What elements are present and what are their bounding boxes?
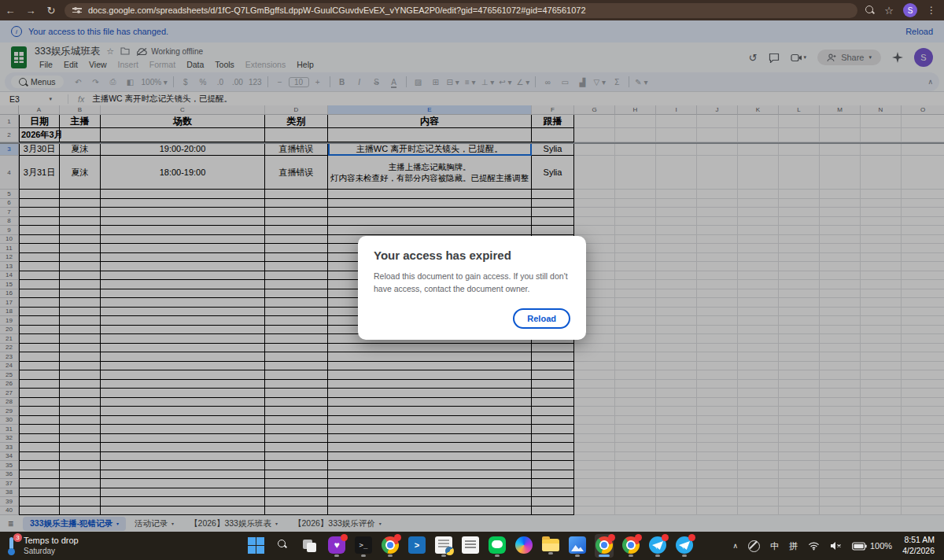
forward-icon[interactable]: → xyxy=(20,5,41,17)
clock-time: 8:51 AM xyxy=(904,535,935,546)
battery-indicator[interactable]: 100% xyxy=(852,541,892,551)
weather-subline: Saturday xyxy=(24,547,79,557)
browser-menu-icon[interactable]: ⋮ xyxy=(927,5,936,16)
taskbar-chrome-badge-icon[interactable] xyxy=(621,534,640,558)
taskbar-notepad-icon[interactable] xyxy=(461,534,480,558)
access-expired-dialog: Your access has expired Reload this docu… xyxy=(358,236,586,340)
weather-widget[interactable]: 3 Temps to drop Saturday xyxy=(6,536,140,556)
desktop-screen: ← → ↻ docs.google.com/spreadsheets/d/1fC… xyxy=(0,0,944,560)
taskbar-powershell-icon[interactable]: > xyxy=(407,534,426,558)
taskbar-start-icon[interactable] xyxy=(247,534,266,558)
taskbar-task-view-icon[interactable] xyxy=(301,534,319,558)
browser-toolbar: ← → ↻ docs.google.com/spreadsheets/d/1fC… xyxy=(0,0,944,20)
taskbar-icons: ♥>_> xyxy=(247,534,694,558)
volume-muted-icon[interactable] xyxy=(830,541,842,551)
taskbar-telegram-icon[interactable] xyxy=(648,534,667,558)
taskbar-chrome-active-icon[interactable] xyxy=(595,534,614,558)
taskbar-python-file-icon[interactable] xyxy=(434,534,453,558)
bookmark-star-icon[interactable]: ☆ xyxy=(884,5,894,17)
site-settings-icon[interactable] xyxy=(72,8,82,13)
taskbar-file-explorer-icon[interactable] xyxy=(541,534,560,558)
taskbar-line-icon[interactable] xyxy=(488,534,507,558)
taskbar-telegram-2-icon[interactable] xyxy=(675,534,694,558)
taskbar-terminal-icon[interactable]: >_ xyxy=(354,534,373,558)
url-text: docs.google.com/spreadsheets/d/1fC-Q7LGm… xyxy=(88,6,586,15)
taskbar-photos-icon[interactable] xyxy=(568,534,587,558)
browser-profile-avatar[interactable]: S xyxy=(903,3,917,17)
do-not-disturb-icon[interactable] xyxy=(748,540,760,552)
clock-date: 4/2/2026 xyxy=(902,546,935,557)
reload-icon[interactable]: ↻ xyxy=(41,5,61,17)
clock[interactable]: 8:51 AM 4/2/2026 xyxy=(902,535,935,556)
system-tray: ∧ 中 拼 100% 8:51 AM 4/2/2026 xyxy=(732,535,935,556)
windows-taskbar: 3 Temps to drop Saturday ♥>_> ∧ 中 拼 100% xyxy=(0,532,944,560)
taskbar-search-icon[interactable] xyxy=(274,534,293,558)
taskbar-chat-heart-icon[interactable]: ♥ xyxy=(327,534,346,558)
ime-pinyin-indicator[interactable]: 拼 xyxy=(789,540,798,552)
tray-chevron-icon[interactable]: ∧ xyxy=(732,542,738,550)
zoom-icon[interactable] xyxy=(865,6,875,15)
weather-headline: Temps to drop xyxy=(24,536,79,547)
ime-mode-indicator[interactable]: 中 xyxy=(770,540,779,552)
dialog-reload-button[interactable]: Reload xyxy=(513,308,570,329)
dialog-title: Your access has expired xyxy=(374,249,570,262)
taskbar-chrome-profile-icon[interactable] xyxy=(381,534,400,558)
thermometer-icon: 3 xyxy=(6,536,17,555)
wifi-icon[interactable] xyxy=(808,541,820,551)
taskbar-copilot-icon[interactable] xyxy=(514,534,533,558)
weather-badge: 3 xyxy=(13,533,22,542)
address-bar[interactable]: docs.google.com/spreadsheets/d/1fC-Q7LGm… xyxy=(65,3,857,18)
back-icon[interactable]: ← xyxy=(0,5,20,17)
dialog-body: Reload this document to gain access. If … xyxy=(374,270,570,296)
